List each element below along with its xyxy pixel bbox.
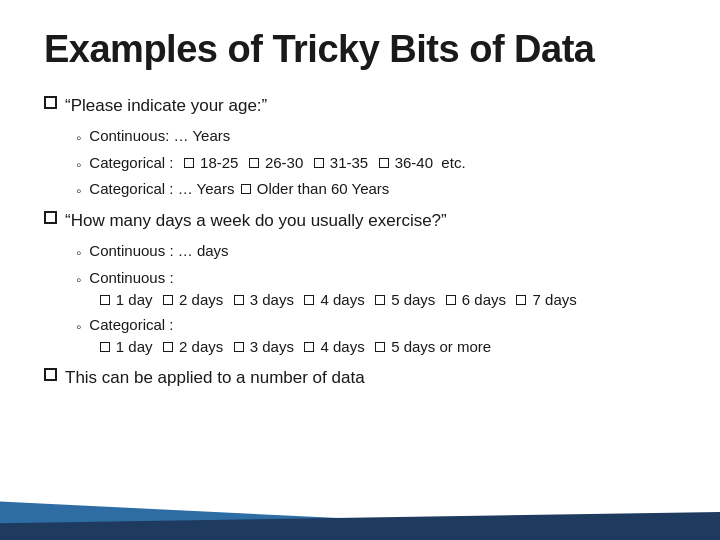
sub-bullet-2-3: ◦ — [76, 315, 81, 338]
slide: Examples of Tricky Bits of Data “Please … — [0, 0, 720, 540]
checkbox — [100, 295, 110, 305]
checkbox — [234, 295, 244, 305]
section2-label: “How many days a week do you usually exe… — [65, 208, 447, 234]
checkbox — [379, 158, 389, 168]
checkbox — [234, 342, 244, 352]
section1-sublist: ◦ Continuous: … Years ◦ Categorical : 18… — [76, 125, 676, 202]
sub-item-1-2: ◦ Categorical : 18-25 26-30 31-35 36-40 … — [76, 152, 676, 176]
sub-text-2-2: Continuous : 1 day 2 days 3 days 4 days … — [89, 267, 576, 312]
sub-item-1-3: ◦ Categorical : … Years Older than 60 Ye… — [76, 178, 676, 202]
checkbox — [100, 342, 110, 352]
checkbox — [304, 342, 314, 352]
section1-label: “Please indicate your age:” — [65, 93, 267, 119]
section1-text: “Please indicate your age:” — [65, 96, 267, 115]
bottom-decoration — [0, 492, 720, 540]
sub-text-1-3: Categorical : … Years Older than 60 Year… — [89, 178, 389, 201]
sub-bullet-1-3: ◦ — [76, 179, 81, 202]
checkbox — [241, 184, 251, 194]
sub-text-1-1: Continuous: … Years — [89, 125, 230, 148]
sub-bullet-1-1: ◦ — [76, 126, 81, 149]
sub-bullet-1-2: ◦ — [76, 153, 81, 176]
bullet-section2: “How many days a week do you usually exe… — [44, 208, 676, 234]
bullet-icon-1 — [44, 96, 57, 109]
sub-bullet-2-2: ◦ — [76, 268, 81, 291]
slide-content: “Please indicate your age:” ◦ Continuous… — [44, 93, 676, 391]
slide-title: Examples of Tricky Bits of Data — [44, 28, 676, 71]
sub-text-2-3: Categorical : 1 day 2 days 3 days 4 days… — [89, 314, 491, 359]
sub-item-2-1: ◦ Continuous : … days — [76, 240, 676, 264]
checkbox — [375, 295, 385, 305]
checkbox — [314, 158, 324, 168]
checkbox — [249, 158, 259, 168]
sub-bullet-2-1: ◦ — [76, 241, 81, 264]
checkbox — [163, 342, 173, 352]
section3-label: This can be applied to a number of data — [65, 365, 365, 391]
checkbox — [304, 295, 314, 305]
checkbox — [446, 295, 456, 305]
checkbox — [184, 158, 194, 168]
bullet-section1: “Please indicate your age:” — [44, 93, 676, 119]
bullet-section3: This can be applied to a number of data — [44, 365, 676, 391]
sub-item-2-3: ◦ Categorical : 1 day 2 days 3 days 4 da… — [76, 314, 676, 359]
sub-item-1-1: ◦ Continuous: … Years — [76, 125, 676, 149]
checkbox — [516, 295, 526, 305]
bullet-icon-2 — [44, 211, 57, 224]
checkbox — [163, 295, 173, 305]
bullet-icon-3 — [44, 368, 57, 381]
sub-text-2-1: Continuous : … days — [89, 240, 228, 263]
section2-sublist: ◦ Continuous : … days ◦ Continuous : 1 d… — [76, 240, 676, 358]
sub-text-1-2: Categorical : 18-25 26-30 31-35 36-40 et… — [89, 152, 465, 175]
checkbox — [375, 342, 385, 352]
sub-item-2-2: ◦ Continuous : 1 day 2 days 3 days 4 day… — [76, 267, 676, 312]
